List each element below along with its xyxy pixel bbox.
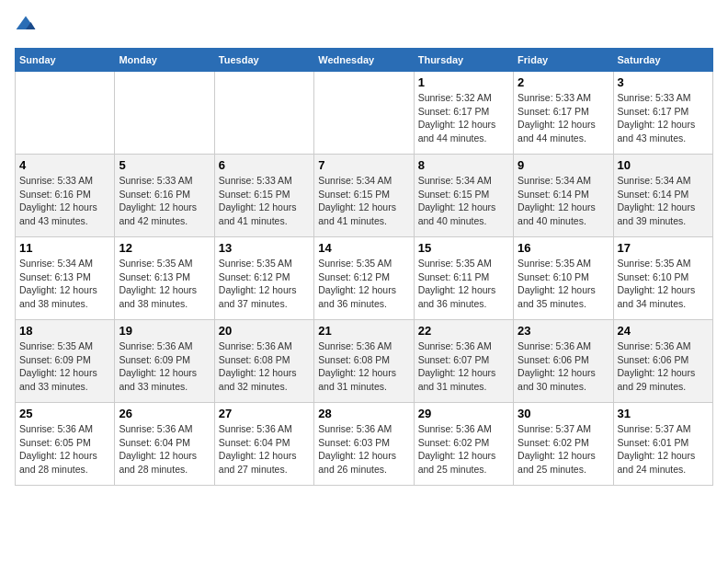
day-cell: 30Sunrise: 5:37 AM Sunset: 6:02 PM Dayli… xyxy=(514,403,613,486)
day-number: 26 xyxy=(119,407,210,420)
day-cell: 13Sunrise: 5:35 AM Sunset: 6:12 PM Dayli… xyxy=(214,237,313,320)
day-cell: 19Sunrise: 5:36 AM Sunset: 6:09 PM Dayli… xyxy=(115,320,214,403)
day-cell: 15Sunrise: 5:35 AM Sunset: 6:11 PM Dayli… xyxy=(414,237,513,320)
day-cell: 8Sunrise: 5:34 AM Sunset: 6:15 PM Daylig… xyxy=(414,155,513,237)
cell-content: Sunrise: 5:36 AM Sunset: 6:06 PM Dayligh… xyxy=(518,339,609,394)
day-number: 12 xyxy=(119,241,210,255)
day-number: 29 xyxy=(418,407,509,420)
cell-content: Sunrise: 5:35 AM Sunset: 6:13 PM Dayligh… xyxy=(119,257,210,311)
cell-content: Sunrise: 5:35 AM Sunset: 6:12 PM Dayligh… xyxy=(219,257,310,311)
day-number: 7 xyxy=(318,158,409,172)
cell-content: Sunrise: 5:36 AM Sunset: 6:09 PM Dayligh… xyxy=(119,339,210,394)
day-cell: 31Sunrise: 5:37 AM Sunset: 6:01 PM Dayli… xyxy=(613,403,712,486)
cell-content: Sunrise: 5:33 AM Sunset: 6:15 PM Dayligh… xyxy=(219,174,310,228)
day-cell: 29Sunrise: 5:36 AM Sunset: 6:02 PM Dayli… xyxy=(414,403,513,486)
day-number: 6 xyxy=(219,158,310,172)
cell-content: Sunrise: 5:33 AM Sunset: 6:17 PM Dayligh… xyxy=(518,91,609,145)
day-cell: 10Sunrise: 5:34 AM Sunset: 6:14 PM Dayli… xyxy=(613,155,712,237)
day-number: 9 xyxy=(518,158,609,172)
day-number: 20 xyxy=(219,324,310,338)
cell-content: Sunrise: 5:36 AM Sunset: 6:08 PM Dayligh… xyxy=(219,339,310,394)
cell-content: Sunrise: 5:34 AM Sunset: 6:14 PM Dayligh… xyxy=(618,174,709,228)
page-header xyxy=(15,15,713,37)
day-number: 22 xyxy=(418,324,509,338)
cell-content: Sunrise: 5:34 AM Sunset: 6:15 PM Dayligh… xyxy=(418,174,509,228)
week-row-4: 18Sunrise: 5:35 AM Sunset: 6:09 PM Dayli… xyxy=(16,320,713,403)
day-number: 13 xyxy=(219,241,310,255)
day-cell: 12Sunrise: 5:35 AM Sunset: 6:13 PM Dayli… xyxy=(115,237,214,320)
day-number: 4 xyxy=(19,158,110,172)
day-cell: 9Sunrise: 5:34 AM Sunset: 6:14 PM Daylig… xyxy=(514,155,613,237)
cell-content: Sunrise: 5:35 AM Sunset: 6:10 PM Dayligh… xyxy=(618,257,709,311)
day-cell: 6Sunrise: 5:33 AM Sunset: 6:15 PM Daylig… xyxy=(214,155,313,237)
cell-content: Sunrise: 5:33 AM Sunset: 6:16 PM Dayligh… xyxy=(119,174,210,228)
header-monday: Monday xyxy=(115,49,214,72)
calendar-table: SundayMondayTuesdayWednesdayThursdayFrid… xyxy=(15,48,713,486)
day-cell: 4Sunrise: 5:33 AM Sunset: 6:16 PM Daylig… xyxy=(16,155,115,237)
day-number: 19 xyxy=(119,324,210,338)
day-cell: 17Sunrise: 5:35 AM Sunset: 6:10 PM Dayli… xyxy=(613,237,712,320)
day-cell: 28Sunrise: 5:36 AM Sunset: 6:03 PM Dayli… xyxy=(314,403,414,486)
day-number: 10 xyxy=(618,158,709,172)
cell-content: Sunrise: 5:34 AM Sunset: 6:13 PM Dayligh… xyxy=(19,257,110,311)
header-wednesday: Wednesday xyxy=(314,49,414,72)
day-number: 11 xyxy=(19,241,110,255)
day-cell: 21Sunrise: 5:36 AM Sunset: 6:08 PM Dayli… xyxy=(314,320,414,403)
day-number: 31 xyxy=(618,407,709,420)
header-sunday: Sunday xyxy=(16,49,115,72)
day-number: 17 xyxy=(618,241,709,255)
day-cell: 26Sunrise: 5:36 AM Sunset: 6:04 PM Dayli… xyxy=(115,403,214,486)
day-number: 14 xyxy=(318,241,409,255)
day-cell: 5Sunrise: 5:33 AM Sunset: 6:16 PM Daylig… xyxy=(115,155,214,237)
cell-content: Sunrise: 5:37 AM Sunset: 6:02 PM Dayligh… xyxy=(518,422,609,477)
day-number: 28 xyxy=(318,407,409,420)
day-number: 21 xyxy=(318,324,409,338)
day-cell: 11Sunrise: 5:34 AM Sunset: 6:13 PM Dayli… xyxy=(16,237,115,320)
cell-content: Sunrise: 5:32 AM Sunset: 6:17 PM Dayligh… xyxy=(418,91,509,145)
cell-content: Sunrise: 5:36 AM Sunset: 6:04 PM Dayligh… xyxy=(119,422,210,477)
cell-content: Sunrise: 5:36 AM Sunset: 6:05 PM Dayligh… xyxy=(19,422,110,477)
cell-content: Sunrise: 5:36 AM Sunset: 6:02 PM Dayligh… xyxy=(418,422,509,477)
day-number: 3 xyxy=(618,75,709,89)
cell-content: Sunrise: 5:36 AM Sunset: 6:04 PM Dayligh… xyxy=(219,422,310,477)
day-number: 18 xyxy=(19,324,110,338)
day-cell: 24Sunrise: 5:36 AM Sunset: 6:06 PM Dayli… xyxy=(613,320,712,403)
header-thursday: Thursday xyxy=(414,49,513,72)
week-row-1: 1Sunrise: 5:32 AM Sunset: 6:17 PM Daylig… xyxy=(16,72,713,155)
cell-content: Sunrise: 5:35 AM Sunset: 6:09 PM Dayligh… xyxy=(19,339,110,394)
day-cell: 25Sunrise: 5:36 AM Sunset: 6:05 PM Dayli… xyxy=(16,403,115,486)
day-number: 2 xyxy=(518,75,609,89)
day-number: 30 xyxy=(518,407,609,420)
calendar-body: 1Sunrise: 5:32 AM Sunset: 6:17 PM Daylig… xyxy=(16,72,713,486)
day-number: 8 xyxy=(418,158,509,172)
day-number: 24 xyxy=(618,324,709,338)
day-number: 1 xyxy=(418,75,509,89)
calendar-header: SundayMondayTuesdayWednesdayThursdayFrid… xyxy=(16,49,713,72)
day-number: 16 xyxy=(518,241,609,255)
cell-content: Sunrise: 5:36 AM Sunset: 6:07 PM Dayligh… xyxy=(418,339,509,394)
day-cell: 2Sunrise: 5:33 AM Sunset: 6:17 PM Daylig… xyxy=(514,72,613,155)
day-cell: 3Sunrise: 5:33 AM Sunset: 6:17 PM Daylig… xyxy=(613,72,712,155)
day-cell xyxy=(115,72,214,155)
day-cell xyxy=(16,72,115,155)
header-tuesday: Tuesday xyxy=(214,49,313,72)
week-row-2: 4Sunrise: 5:33 AM Sunset: 6:16 PM Daylig… xyxy=(16,155,713,237)
day-cell xyxy=(314,72,414,155)
day-cell: 16Sunrise: 5:35 AM Sunset: 6:10 PM Dayli… xyxy=(514,237,613,320)
week-row-5: 25Sunrise: 5:36 AM Sunset: 6:05 PM Dayli… xyxy=(16,403,713,486)
day-number: 5 xyxy=(119,158,210,172)
header-saturday: Saturday xyxy=(613,49,712,72)
cell-content: Sunrise: 5:35 AM Sunset: 6:12 PM Dayligh… xyxy=(318,257,409,311)
header-friday: Friday xyxy=(514,49,613,72)
cell-content: Sunrise: 5:36 AM Sunset: 6:06 PM Dayligh… xyxy=(618,339,709,394)
cell-content: Sunrise: 5:35 AM Sunset: 6:11 PM Dayligh… xyxy=(418,257,509,311)
day-cell xyxy=(214,72,313,155)
day-cell: 27Sunrise: 5:36 AM Sunset: 6:04 PM Dayli… xyxy=(214,403,313,486)
logo-icon xyxy=(15,15,37,37)
logo xyxy=(15,15,40,37)
week-row-3: 11Sunrise: 5:34 AM Sunset: 6:13 PM Dayli… xyxy=(16,237,713,320)
day-number: 27 xyxy=(219,407,310,420)
cell-content: Sunrise: 5:35 AM Sunset: 6:10 PM Dayligh… xyxy=(518,257,609,311)
day-cell: 18Sunrise: 5:35 AM Sunset: 6:09 PM Dayli… xyxy=(16,320,115,403)
day-cell: 14Sunrise: 5:35 AM Sunset: 6:12 PM Dayli… xyxy=(314,237,414,320)
